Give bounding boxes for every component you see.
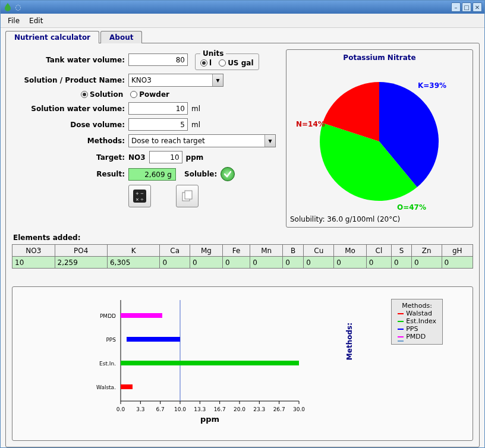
- svg-text:6.7: 6.7: [156, 406, 165, 412]
- elements-value-cell: 0: [411, 257, 442, 269]
- svg-text:Walsta.: Walsta.: [96, 384, 116, 390]
- elements-value-cell: 2,259: [55, 257, 107, 269]
- target-unit: ppm: [186, 153, 204, 162]
- tank-volume-input[interactable]: [128, 53, 188, 66]
- elements-value-cell: 0: [190, 257, 222, 269]
- svg-text:PPS: PPS: [106, 337, 116, 343]
- elements-header-row: NO3PO4KCaMgFeMnBCuMoClSZngH: [12, 245, 473, 257]
- elements-header-cell: Ca: [160, 245, 190, 257]
- svg-text:Est.In.: Est.In.: [99, 361, 116, 367]
- tank-volume-label: Tank water volume:: [12, 56, 125, 64]
- soluble-check-icon: [221, 167, 235, 181]
- svg-text:+ −: + −: [136, 191, 144, 196]
- close-button[interactable]: ✕: [473, 2, 482, 12]
- product-name-select[interactable]: KNO3 ▾: [128, 74, 223, 87]
- elements-value-cell: 0: [160, 257, 190, 269]
- form-powder-radio[interactable]: Powder: [130, 90, 169, 99]
- titlebar-spinner-icon: ◌: [15, 3, 21, 11]
- elements-header-cell: S: [392, 245, 412, 257]
- solubility-text: Solubility: 36.0 g/100ml (20°C): [290, 215, 469, 223]
- svg-rect-8: [121, 313, 162, 318]
- methods-label: Methods:: [12, 137, 125, 145]
- target-value-input[interactable]: [149, 151, 182, 163]
- elements-header-cell: K: [107, 245, 159, 257]
- elements-header-cell: NO3: [12, 245, 55, 257]
- calculate-button[interactable]: + −× ÷: [128, 185, 151, 207]
- menubar: File Edit: [1, 14, 484, 28]
- svg-text:10.0: 10.0: [174, 406, 186, 412]
- svg-text:13.3: 13.3: [194, 406, 206, 412]
- soluble-label: Soluble:: [184, 170, 217, 178]
- unit-l-radio[interactable]: l: [200, 59, 212, 67]
- svg-rect-9: [127, 337, 180, 342]
- tab-nutrient-calculator[interactable]: Nutrient calculator: [5, 31, 99, 43]
- result-value: 2,609 g: [128, 168, 176, 181]
- target-element: NO3: [128, 153, 146, 162]
- units-legend: Units: [200, 49, 226, 58]
- elements-header-cell: Mo: [334, 245, 366, 257]
- tab-about[interactable]: About: [100, 31, 142, 43]
- methods-axis-label: Methods:: [345, 323, 354, 360]
- methods-select[interactable]: Dose to reach target ▾: [128, 134, 276, 147]
- svg-text:PMDD: PMDD: [100, 313, 116, 319]
- svg-text:26.7: 26.7: [273, 406, 285, 412]
- result-label: Result:: [12, 170, 125, 178]
- titlebar: ◌ – □ ✕: [1, 1, 484, 14]
- copy-button[interactable]: [176, 185, 199, 207]
- svg-text:ppm: ppm: [200, 415, 219, 424]
- svg-text:30.0: 30.0: [293, 406, 305, 412]
- elements-header-cell: Cu: [304, 245, 334, 257]
- menu-file[interactable]: File: [4, 15, 23, 26]
- app-icon: [3, 2, 12, 12]
- elements-value-cell: 0: [334, 257, 366, 269]
- methods-legend: Methods: Walstad Est.Index PPS PMDD: [391, 299, 443, 345]
- form-solution-radio[interactable]: Solution: [81, 90, 123, 99]
- elements-value-cell: 0: [222, 257, 250, 269]
- elements-header-cell: gH: [442, 245, 473, 257]
- pie-chart: K=39% O=47% N=14%: [290, 64, 468, 213]
- svg-text:0.0: 0.0: [116, 406, 125, 412]
- svg-text:3.3: 3.3: [136, 406, 144, 412]
- units-group: Units l US gal: [195, 49, 259, 70]
- elements-header-cell: PO4: [55, 245, 107, 257]
- pie-label-o: O=47%: [397, 203, 426, 212]
- maximize-button[interactable]: □: [462, 2, 471, 12]
- chevron-down-icon: ▾: [264, 135, 275, 147]
- elements-header-cell: Zn: [411, 245, 442, 257]
- elements-added-label: Elements added:: [13, 234, 473, 242]
- elements-value-cell: 0: [250, 257, 283, 269]
- elements-value-cell: 0: [366, 257, 391, 269]
- elements-value-cell: 0: [283, 257, 304, 269]
- elements-header-cell: Mg: [190, 245, 222, 257]
- pie-panel: Potassium Nitrate K=39% O=47% N=14%: [286, 49, 473, 228]
- pie-title: Potassium Nitrate: [290, 53, 469, 62]
- solution-water-unit: ml: [191, 105, 200, 113]
- solution-water-label: Solution water volume:: [12, 105, 125, 113]
- minimize-button[interactable]: –: [451, 2, 461, 12]
- elements-value-cell: 10: [12, 257, 55, 269]
- elements-value-cell: 6,305: [107, 257, 159, 269]
- pie-label-n: N=14%: [296, 120, 325, 128]
- tab-panel: Tank water volume: Units l US gal Soluti…: [5, 43, 480, 447]
- methods-chart-panel: PMDD PPS Est.In. Walsta. 0.03.36.710.013…: [12, 286, 473, 441]
- unit-usgal-radio[interactable]: US gal: [219, 59, 253, 67]
- elements-header-cell: B: [283, 245, 304, 257]
- elements-header-cell: Mn: [250, 245, 283, 257]
- svg-text:16.7: 16.7: [214, 406, 226, 412]
- app-window: ◌ – □ ✕ File Edit Nutrient calculator Ab…: [0, 0, 485, 448]
- svg-text:× ÷: × ÷: [136, 197, 144, 202]
- pie-label-k: K=39%: [418, 81, 446, 90]
- menu-edit[interactable]: Edit: [26, 15, 46, 26]
- svg-text:23.3: 23.3: [253, 406, 265, 412]
- methods-bar-chart: PMDD PPS Est.In. Walsta. 0.03.36.710.013…: [91, 294, 370, 431]
- svg-rect-4: [185, 191, 192, 199]
- dose-volume-input[interactable]: [128, 118, 188, 131]
- elements-table: NO3PO4KCaMgFeMnBCuMoClSZngH 102,2596,305…: [12, 244, 473, 269]
- elements-value-cell: 0: [304, 257, 334, 269]
- svg-text:20.0: 20.0: [234, 406, 245, 412]
- svg-rect-10: [121, 361, 299, 365]
- solution-water-input[interactable]: [128, 102, 188, 115]
- dose-volume-unit: ml: [191, 121, 200, 129]
- svg-rect-11: [121, 384, 133, 389]
- elements-value-cell: 0: [442, 257, 473, 269]
